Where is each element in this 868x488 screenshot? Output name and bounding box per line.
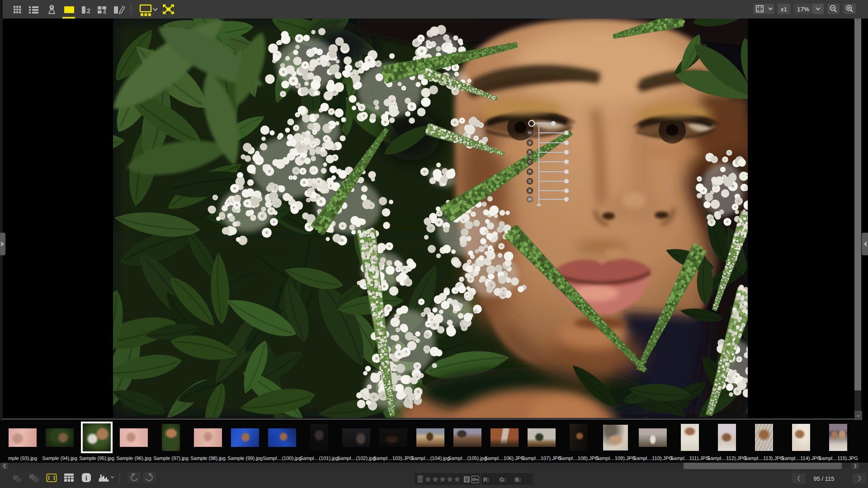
- svg-text:C: C: [528, 160, 532, 164]
- svg-text:G:: G:: [500, 476, 506, 483]
- svg-text:S: S: [528, 141, 531, 145]
- svg-text:2: 2: [87, 7, 90, 14]
- svg-text:R:: R:: [483, 476, 490, 483]
- svg-text:H: H: [528, 131, 532, 135]
- svg-text:17%: 17%: [797, 6, 809, 13]
- svg-text:x1: x1: [781, 6, 787, 13]
- svg-text:R: R: [528, 169, 532, 174]
- svg-text:4: 4: [103, 9, 106, 15]
- svg-text:B:: B:: [515, 476, 521, 483]
- svg-text:G: G: [528, 179, 531, 183]
- svg-text:B: B: [528, 188, 531, 193]
- svg-text:W: W: [528, 197, 532, 202]
- svg-text:0: 0: [465, 477, 468, 482]
- svg-text:B: B: [528, 150, 531, 155]
